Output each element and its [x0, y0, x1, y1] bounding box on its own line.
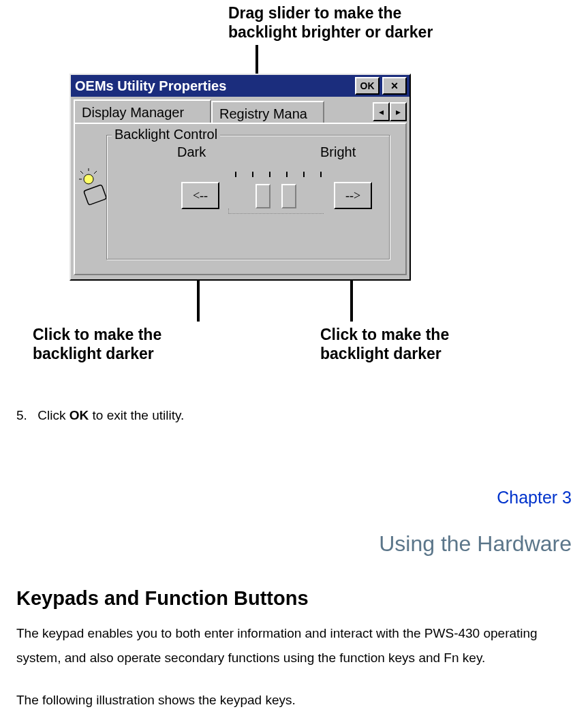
titlebar: OEMs Utility Properties OK × [71, 75, 409, 97]
tab-scroll-right[interactable]: ▸ [390, 102, 407, 121]
tab-display-manager[interactable]: Display Manager [74, 99, 211, 123]
ok-button[interactable]: OK [355, 77, 380, 95]
chapter-label: Chapter 3 [497, 488, 572, 508]
annotation-slider: Drag slider to make the backlight bright… [228, 4, 467, 42]
slider-track [228, 208, 324, 214]
step-text-bold: OK [69, 408, 89, 422]
paragraph: The following illustration shows the key… [16, 688, 572, 713]
brighter-button[interactable]: --> [334, 182, 372, 209]
window-title: OEMs Utility Properties [75, 78, 352, 94]
slider-thumb[interactable] [256, 184, 270, 208]
backlight-slider[interactable] [228, 172, 324, 219]
darker-button[interactable]: <-- [181, 182, 219, 209]
annotation-left-button: Click to make the backlight darker [33, 326, 210, 363]
annotation-right-button: Click to make the backlight darker [320, 326, 497, 363]
close-button[interactable]: × [382, 77, 407, 95]
svg-line-4 [94, 171, 97, 174]
group-legend: Backlight Control [112, 127, 220, 142]
tab-panel: Backlight Control Dark Bright <-- --> [74, 123, 407, 275]
step-text-post: to exit the utility. [89, 408, 184, 422]
tab-scroll: ◂ ▸ [373, 102, 407, 121]
tab-registry-manager[interactable]: Registry Mana [211, 101, 324, 123]
chapter-title: Using the Hardware [379, 531, 572, 557]
paragraph: The keypad enables you to both enter inf… [16, 621, 572, 670]
step-text-pre: Click [37, 408, 69, 422]
step-number: 5. [16, 406, 34, 426]
dark-label: Dark [177, 144, 206, 160]
tab-strip: Display Manager Registry Mana ◂ ▸ [71, 98, 409, 123]
slider-thumb[interactable] [281, 184, 296, 208]
svg-line-3 [80, 171, 83, 174]
svg-rect-0 [84, 185, 107, 205]
step-5: 5. Click OK to exit the utility. [16, 406, 184, 426]
bright-label: Bright [320, 144, 356, 160]
utility-properties-dialog: OEMs Utility Properties OK × Display Man… [69, 74, 411, 281]
tab-scroll-left[interactable]: ◂ [373, 102, 390, 121]
section-heading: Keypads and Function Buttons [16, 587, 309, 610]
svg-point-1 [84, 174, 93, 184]
